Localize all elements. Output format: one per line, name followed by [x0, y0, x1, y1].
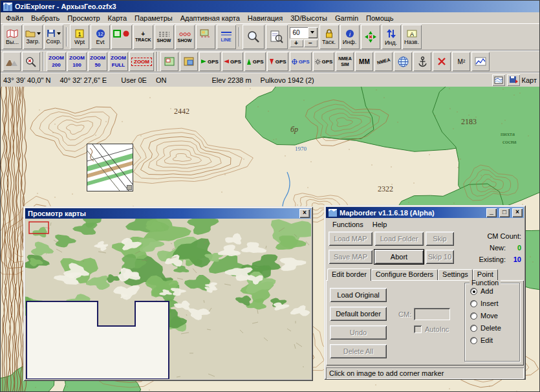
status-user-datum: User 0E: [121, 76, 147, 84]
gps-track-download-button[interactable]: GPS: [267, 52, 288, 71]
tab-edit-border[interactable]: Edit border: [327, 268, 371, 281]
line-button[interactable]: LINE: [217, 25, 236, 49]
radio-insert[interactable]: Insert: [470, 299, 519, 308]
save-button[interactable]: Сохр.: [44, 25, 63, 49]
main-titlebar[interactable]: OziExplorer - АрхызГео.ozfx3: [1, 1, 539, 12]
resize-grip[interactable]: [127, 185, 132, 190]
default-border-button[interactable]: Default border: [330, 307, 387, 321]
gps-upload-button[interactable]: GPS: [199, 52, 221, 71]
moving-map-button[interactable]: MM: [355, 52, 373, 71]
radio-edit[interactable]: Edit: [470, 336, 519, 345]
gps-position-button[interactable]: GPS: [290, 52, 312, 71]
tab-point[interactable]: Point: [473, 269, 498, 280]
mapborder-titlebar[interactable]: Mapborder v1.1.6.18 (Alpha) _ □ ×: [326, 207, 524, 218]
save-map-button[interactable]: Save MAP: [329, 250, 373, 264]
map-features-button[interactable]: [111, 25, 132, 49]
menu-select[interactable]: Выбрать: [27, 14, 63, 23]
globe-button[interactable]: [394, 52, 412, 71]
cm-input[interactable]: [414, 308, 450, 320]
close-map-button[interactable]: [433, 52, 451, 71]
menu-adaptive-map[interactable]: Адаптивная карта: [177, 14, 244, 23]
status-map-view-button[interactable]: [492, 74, 505, 86]
close-button[interactable]: ×: [512, 208, 523, 217]
status-save-map-button[interactable]: [507, 74, 520, 86]
mini-map-alt-icon: [184, 57, 194, 66]
profile-chart-button[interactable]: [471, 52, 490, 71]
delete-all-button[interactable]: Delete All: [330, 344, 387, 358]
zoom-full-button[interactable]: ZOOM FULL: [109, 52, 128, 71]
radio-icon: [470, 312, 477, 320]
find-map-button[interactable]: [22, 52, 40, 71]
maximize-button[interactable]: □: [499, 208, 510, 217]
zoom-window-button[interactable]: ZOOM: [129, 52, 154, 71]
load-button[interactable]: Загр.: [23, 25, 43, 49]
abort-button[interactable]: Abort: [374, 250, 424, 264]
skip-10-button[interactable]: Skip 10: [426, 250, 454, 264]
preview-titlebar[interactable]: Просмотр карты ×: [25, 208, 311, 219]
gps-download-button[interactable]: GPS: [222, 52, 243, 71]
radio-move[interactable]: Move: [470, 311, 519, 320]
nmea-sim-button[interactable]: NMEA SIM: [336, 52, 354, 71]
select-map-button[interactable]: Вы...: [3, 25, 22, 49]
waypoint-button[interactable]: 1 Wpt: [70, 25, 89, 49]
close-button[interactable]: ×: [299, 209, 310, 218]
map-scale-button[interactable]: M²: [452, 52, 470, 71]
tab-settings[interactable]: Settings: [438, 269, 473, 280]
track-button[interactable]: + TRACK: [133, 25, 153, 49]
nmea-button[interactable]: NMEA: [374, 52, 393, 71]
peaks-button[interactable]: [3, 52, 21, 71]
zoom-50-button[interactable]: ZOOM 50: [88, 52, 107, 71]
dashed-lines-icon: [158, 31, 170, 38]
page-magnifier-button[interactable]: [266, 25, 288, 49]
gps-track-upload-button[interactable]: GPS: [244, 52, 266, 71]
menu-help[interactable]: Help: [368, 220, 392, 229]
status-map-datum: Pulkovo 1942 (2): [261, 76, 314, 84]
menu-functions[interactable]: Functions: [328, 220, 368, 229]
blue-crosshair-icon: [292, 59, 297, 65]
radio-add[interactable]: Add: [470, 287, 519, 296]
zoom-100-button[interactable]: ZOOM 100: [67, 52, 87, 71]
index-button[interactable]: Инд.: [382, 25, 401, 49]
menu-map[interactable]: Карта: [104, 14, 131, 23]
preview-canvas[interactable]: [25, 219, 311, 379]
mm-label: MM: [359, 58, 370, 65]
menu-garmin[interactable]: Garmin: [331, 14, 362, 23]
zoom-level-dropdown[interactable]: [308, 27, 318, 38]
green-right-arrow-icon: [201, 59, 206, 64]
show-map-overlay-button[interactable]: [196, 25, 215, 49]
event-button[interactable]: 12 Evt: [91, 25, 110, 49]
menu-3d-heights[interactable]: 3D/Высоты: [286, 14, 331, 23]
menu-help[interactable]: Помощь: [362, 14, 398, 23]
undo-button[interactable]: Undo: [330, 325, 387, 340]
info-button[interactable]: i Инф.: [340, 25, 360, 49]
menu-view[interactable]: Просмотр: [63, 14, 103, 23]
minimize-button[interactable]: _: [486, 208, 497, 217]
status-longitude: 40° 32' 27,6" E: [59, 76, 107, 84]
show-track-button[interactable]: SHOW: [155, 25, 174, 49]
menu-file[interactable]: Файл: [2, 14, 27, 23]
names-button[interactable]: A Назв.: [402, 25, 422, 49]
lock-task-button[interactable]: Таск.: [319, 25, 339, 49]
show-points-button[interactable]: SHOW: [175, 25, 195, 49]
tab-configure-borders[interactable]: Configure Borders: [371, 269, 438, 280]
radio-delete[interactable]: Delete: [470, 323, 519, 332]
load-map-button[interactable]: Load MAP: [329, 232, 373, 246]
pan-arrows-button[interactable]: [361, 25, 380, 49]
zoom-in-button[interactable]: +: [290, 39, 303, 47]
menu-options[interactable]: Параметры: [131, 14, 177, 23]
map-fragment-thumbnail[interactable]: [87, 144, 133, 191]
minimize-icon: _: [490, 210, 493, 216]
load-folder-button[interactable]: Load Folder: [374, 232, 424, 246]
zoom-out-button[interactable]: −: [304, 39, 318, 47]
load-original-button[interactable]: Load Original: [330, 288, 387, 302]
skip-button[interactable]: Skip: [426, 232, 454, 246]
anchor-button[interactable]: [413, 52, 431, 71]
map-index-small-button-2[interactable]: [180, 52, 198, 71]
map-index-small-button[interactable]: [160, 52, 178, 71]
menu-navigation[interactable]: Навигация: [244, 14, 286, 23]
magnifier-button[interactable]: [243, 25, 265, 49]
zoom-level-value[interactable]: 60: [290, 27, 308, 38]
autoinc-checkbox[interactable]: AutoInc: [414, 325, 449, 333]
zoom-200-button[interactable]: ZOOM 200: [47, 52, 66, 71]
gps-config-button[interactable]: GPS: [313, 52, 335, 71]
